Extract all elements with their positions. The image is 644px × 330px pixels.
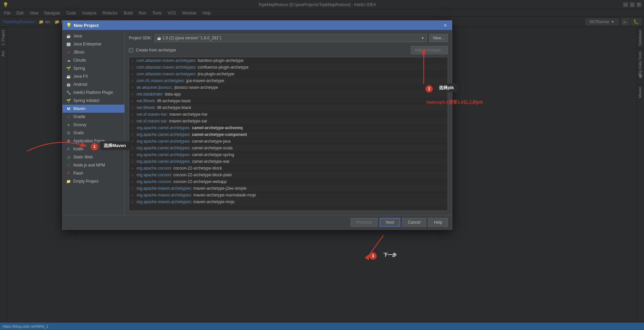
archetype-item[interactable]: › de.akquinet.jbosscc:jbosscc-seam-arche…	[129, 84, 448, 91]
archetype-item[interactable]: › org.apache.camel.archetypes:camel-arch…	[129, 151, 448, 158]
previous-button[interactable]: Previous	[351, 218, 378, 227]
left-item-spring-initializr[interactable]: 🌱 Spring Initializr	[63, 97, 124, 105]
left-item-clouds[interactable]: ☁ Clouds	[63, 56, 124, 64]
archetype-item[interactable]: › net.liftweb:lift-archetype-basic	[129, 98, 448, 104]
tooltip-next: 下一步	[380, 251, 400, 259]
archetype-item[interactable]: › org.apache.camel.archetypes:camel-arch…	[129, 138, 448, 145]
badge-2: 2	[425, 85, 433, 93]
dialog-close-button[interactable]: ×	[442, 22, 449, 29]
dialog-icon: 💡	[66, 23, 72, 28]
archetype-item[interactable]: › org.apache.cocoon:cocoon-22-archetype-…	[129, 178, 448, 185]
cancel-button[interactable]: Cancel	[402, 218, 426, 227]
new-sdk-button[interactable]: New...	[429, 34, 448, 42]
left-item-groovy[interactable]: ● Groovy	[63, 121, 124, 129]
left-item-jboss[interactable]: ● JBoss	[63, 48, 124, 56]
left-item-java[interactable]: ☕ Java	[63, 32, 124, 40]
archetype-item[interactable]: › org.apache.cocoon:cocoon-22-archetype-…	[129, 165, 448, 172]
right-panel: Project SDK: ☕ 1.8 (2) (java version "1.…	[125, 30, 452, 215]
left-item-nodejs[interactable]: ⬡ Node.js and NPM	[63, 161, 124, 169]
archetype-checkbox[interactable]	[129, 48, 133, 52]
dialog-footer: Previous Next Cancel Help	[63, 215, 452, 229]
left-item-static-web[interactable]: ◻ Static Web	[63, 153, 124, 161]
left-item-javafx[interactable]: ☕ Java FX	[63, 72, 124, 80]
left-item-spring[interactable]: 🌱 Spring	[63, 64, 124, 72]
left-item-android[interactable]: 🤖 Android	[63, 80, 124, 88]
archetype-row: Create from archetype Add Archetype...	[129, 46, 448, 54]
archetype-item[interactable]: › org.apache.maven.archetypes:maven-arch…	[129, 185, 448, 192]
archetype-item[interactable]: › net.databinder:data-app	[129, 91, 448, 98]
archetype-list[interactable]: › com.atlassian.maven.archetypes:bamboo-…	[129, 57, 448, 211]
archetype-label: Create from archetype	[136, 48, 176, 52]
archetype-item[interactable]: › org.apache.maven.archetypes:maven-arch…	[129, 192, 448, 198]
archetype-item[interactable]: › org.apache.camel.archetypes:camel-arch…	[129, 145, 448, 151]
dialog-title: New Project	[74, 23, 99, 28]
ide-window: 💡 TopkMapReduce [D:\javaProjects\TopkMap…	[0, 0, 644, 330]
archetype-item[interactable]: › com.atlassian.maven.archetypes:bamboo-…	[129, 57, 448, 64]
archetype-item[interactable]: › org.apache.camel.archetypes:camel-arch…	[129, 158, 448, 165]
sdk-label: Project SDK:	[129, 36, 152, 40]
archetype-item[interactable]: › net.sf.maven-har:maven-archetype-har	[129, 111, 448, 118]
sdk-dropdown[interactable]: ☕ 1.8 (2) (java version "1.8.0_281") ▼	[155, 34, 427, 42]
archetype-item[interactable]: › org.apache.maven.archetypes:maven-arch…	[129, 198, 448, 205]
left-item-java-enterprise[interactable]: 🏢 Java Enterprise	[63, 40, 124, 48]
archetype-item[interactable]: › com.atlassian.maven.archetypes:conflue…	[129, 64, 448, 71]
left-item-grails[interactable]: G Grails	[63, 129, 124, 137]
archetype-item[interactable]: › com.rfc.maven.archetypes:jpa-maven-arc…	[129, 77, 448, 84]
add-archetype-button[interactable]: Add Archetype...	[411, 46, 448, 54]
dialog-titlebar: 💡 New Project ×	[63, 21, 452, 30]
tooltip-jdk: 选择jdk	[435, 83, 457, 92]
archetype-item[interactable]: › net.sf.maven-sar:maven-archetype-sar	[129, 118, 448, 124]
left-item-maven[interactable]: M Maven	[63, 105, 124, 113]
archetype-item[interactable]: › net.liftweb:lift-archetype-blank	[129, 104, 448, 111]
help-button[interactable]: Help	[428, 218, 448, 227]
left-item-flash[interactable]: F Flash	[63, 169, 124, 177]
archetype-item[interactable]: › org.apache.camel.archetypes:camel-arch…	[129, 124, 448, 131]
badge-3: 3	[369, 252, 377, 260]
archetype-item[interactable]: › com.atlassian.maven.archetypes:jira-pl…	[129, 71, 448, 77]
left-item-gradle[interactable]: ⬡ Gradle	[63, 113, 124, 121]
sdk-value: 1.8 (2) (java version "1.8.0_281")	[162, 36, 221, 40]
tooltip-maven: 选择Maven	[100, 141, 129, 150]
left-item-intellij-platform-plugin[interactable]: 🔧 IntelliJ Platform Plugin	[63, 88, 124, 97]
sdk-row: Project SDK: ☕ 1.8 (2) (java version "1.…	[129, 34, 448, 42]
archetype-item[interactable]: › org.apache.camel.archetypes:camel-arch…	[129, 131, 448, 138]
left-item-empty-project[interactable]: 📁 Empty Project	[63, 177, 124, 185]
new-project-dialog: 💡 New Project × ☕ Java 🏢 Java Enterprise…	[62, 20, 452, 230]
project-type-list: ☕ Java 🏢 Java Enterprise ● JBoss ☁ Cloud…	[63, 30, 125, 215]
badge-1: 1	[91, 143, 98, 150]
archetype-item[interactable]: › org.apache.cocoon:cocoon-22-archetype-…	[129, 172, 448, 178]
sdk-dropdown-arrow: ▼	[421, 36, 424, 40]
next-button[interactable]: Next	[380, 218, 400, 227]
dialog-body: ☕ Java 🏢 Java Enterprise ● JBoss ☁ Cloud…	[63, 30, 452, 215]
